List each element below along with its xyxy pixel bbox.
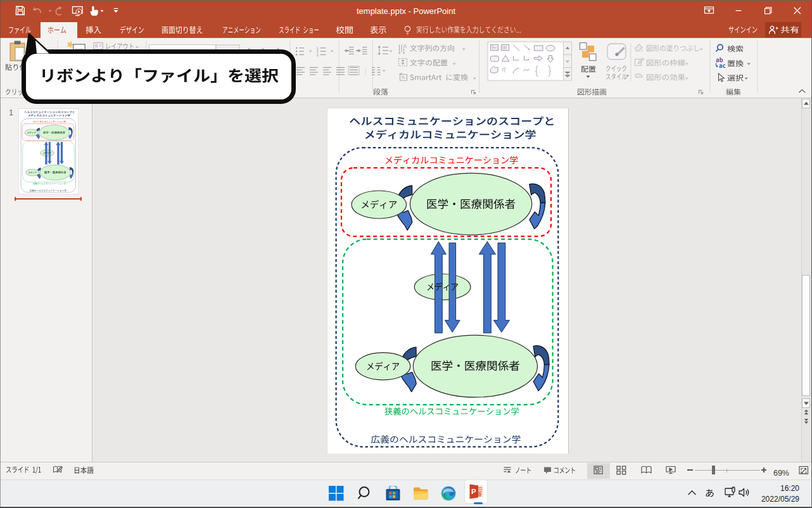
svg-text:P: P xyxy=(471,488,476,495)
